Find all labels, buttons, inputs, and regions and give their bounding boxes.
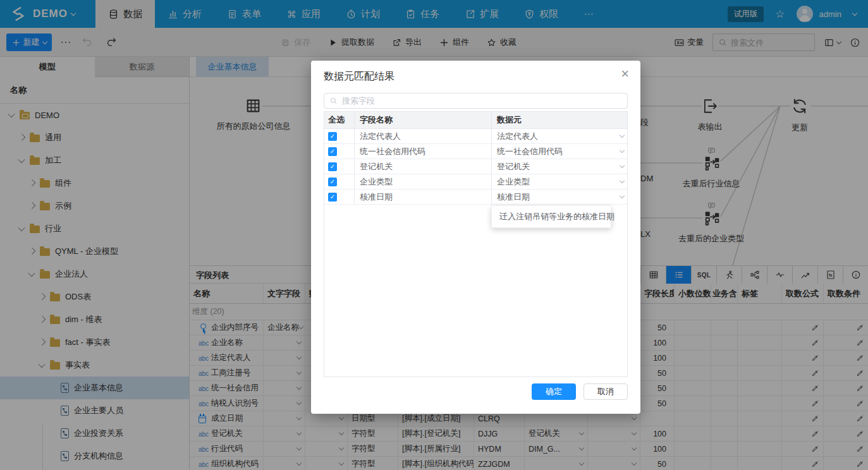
field-search-box (324, 93, 628, 109)
data-element-tooltip: 迁入注销吊销等业务的核准日期 (491, 205, 611, 228)
data-element-select[interactable]: 核准日期 (492, 190, 627, 204)
match-result-table: 全选 字段名称 数据元 ✓ 法定代表人 法定代表人 (324, 111, 628, 377)
row-select-cell[interactable]: ✓ (324, 190, 355, 204)
row-checkbox[interactable]: ✓ (328, 132, 337, 141)
field-name-cell: 核准日期 (355, 190, 492, 204)
app-screen: DEMO 数据 分析 表单 (0, 0, 868, 470)
row-select-cell[interactable]: ✓ (324, 174, 355, 189)
row-checkbox[interactable]: ✓ (328, 178, 337, 186)
match-row: ✓ 法定代表人 法定代表人 (324, 129, 627, 144)
match-row: ✓ 登记机关 登记机关 (324, 159, 627, 174)
row-select-cell[interactable]: ✓ (324, 144, 355, 159)
field-name-cell: 法定代表人 (355, 129, 492, 143)
match-table-header: 全选 字段名称 数据元 (324, 112, 627, 129)
dropdown-chevron-icon (620, 163, 625, 168)
match-row: ✓ 核准日期 核准日期 (324, 190, 627, 205)
close-icon[interactable]: × (621, 67, 629, 81)
field-name-header: 字段名称 (355, 112, 492, 128)
dropdown-chevron-icon (620, 148, 625, 153)
ok-button[interactable]: 确定 (532, 383, 576, 400)
row-checkbox[interactable]: ✓ (328, 193, 337, 202)
row-checkbox[interactable]: ✓ (328, 147, 337, 156)
field-search-input[interactable] (342, 96, 622, 105)
field-name-cell: 企业类型 (355, 174, 492, 189)
dropdown-chevron-icon (620, 133, 625, 138)
dialog-title: 数据元匹配结果 (324, 70, 394, 83)
dropdown-chevron-icon (620, 178, 625, 183)
data-element-select[interactable]: 企业类型 (492, 174, 627, 189)
match-row: ✓ 企业类型 企业类型 (324, 174, 627, 190)
match-row: ✓ 统一社会信用代码 统一社会信用代码 (324, 144, 627, 159)
row-select-cell[interactable]: ✓ (324, 129, 355, 143)
data-element-match-dialog: 数据元匹配结果 × 全选 字段名称 数据元 ✓ 法定代表人 (311, 61, 640, 414)
select-all-header[interactable]: 全选 (324, 112, 355, 128)
search-icon (329, 97, 338, 105)
row-checkbox[interactable]: ✓ (328, 162, 337, 171)
cancel-button[interactable]: 取消 (584, 383, 628, 400)
data-element-header: 数据元 (492, 112, 627, 128)
field-name-cell: 统一社会信用代码 (355, 144, 492, 159)
data-element-select[interactable]: 法定代表人 (492, 129, 627, 143)
field-name-cell: 登记机关 (355, 159, 492, 174)
dropdown-chevron-icon (620, 193, 625, 198)
data-element-select[interactable]: 统一社会信用代码 (492, 144, 627, 159)
dialog-footer: 确定 取消 (532, 383, 628, 400)
data-element-select[interactable]: 登记机关 (492, 159, 627, 174)
row-select-cell[interactable]: ✓ (324, 159, 355, 174)
